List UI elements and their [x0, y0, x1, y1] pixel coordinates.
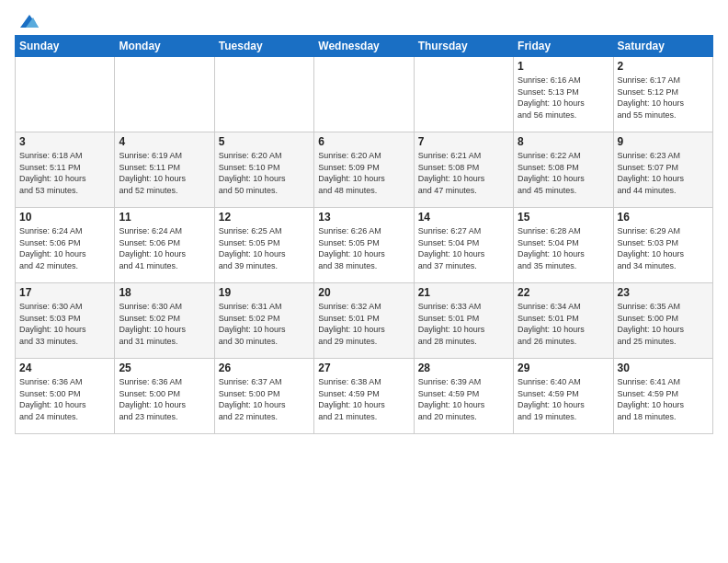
day-number: 2 — [618, 60, 709, 73]
day-info: Sunrise: 6:25 AMSunset: 5:05 PMDaylight:… — [219, 225, 310, 271]
weekday-saturday: Saturday — [613, 36, 712, 57]
logo-text — [15, 11, 39, 29]
calendar-cell: 14Sunrise: 6:27 AMSunset: 5:04 PMDayligh… — [414, 208, 513, 283]
day-info: Sunrise: 6:26 AMSunset: 5:05 PMDaylight:… — [318, 225, 409, 271]
day-number: 1 — [518, 60, 609, 73]
day-number: 21 — [418, 286, 509, 299]
calendar-cell — [414, 57, 513, 132]
day-info: Sunrise: 6:36 AMSunset: 5:00 PMDaylight:… — [119, 376, 210, 422]
day-number: 20 — [318, 286, 409, 299]
day-number: 8 — [518, 135, 609, 148]
day-info: Sunrise: 6:20 AMSunset: 5:10 PMDaylight:… — [219, 150, 310, 196]
calendar-cell: 6Sunrise: 6:20 AMSunset: 5:09 PMDaylight… — [314, 132, 414, 208]
day-number: 14 — [418, 211, 509, 224]
day-number: 12 — [219, 211, 310, 224]
day-number: 10 — [19, 211, 110, 224]
day-info: Sunrise: 6:41 AMSunset: 4:59 PMDaylight:… — [618, 376, 709, 422]
weekday-friday: Friday — [514, 36, 613, 57]
day-number: 5 — [219, 135, 310, 148]
calendar-cell: 9Sunrise: 6:23 AMSunset: 5:07 PMDaylight… — [613, 132, 712, 208]
calendar-cell: 15Sunrise: 6:28 AMSunset: 5:04 PMDayligh… — [514, 208, 613, 283]
day-number: 19 — [219, 286, 310, 299]
day-info: Sunrise: 6:39 AMSunset: 4:59 PMDaylight:… — [418, 376, 509, 422]
day-number: 7 — [418, 135, 509, 148]
day-info: Sunrise: 6:23 AMSunset: 5:07 PMDaylight:… — [618, 150, 709, 196]
day-number: 11 — [119, 211, 210, 224]
day-number: 26 — [219, 362, 310, 374]
header — [15, 11, 713, 29]
weekday-header-row: SundayMondayTuesdayWednesdayThursdayFrid… — [16, 36, 713, 57]
day-number: 25 — [119, 362, 210, 374]
day-info: Sunrise: 6:35 AMSunset: 5:00 PMDaylight:… — [618, 301, 709, 347]
day-info: Sunrise: 6:29 AMSunset: 5:03 PMDaylight:… — [618, 225, 709, 271]
week-row-3: 10Sunrise: 6:24 AMSunset: 5:06 PMDayligh… — [16, 208, 713, 283]
calendar-cell: 26Sunrise: 6:37 AMSunset: 5:00 PMDayligh… — [214, 359, 313, 434]
calendar-cell: 3Sunrise: 6:18 AMSunset: 5:11 PMDaylight… — [16, 132, 115, 208]
calendar-cell: 23Sunrise: 6:35 AMSunset: 5:00 PMDayligh… — [613, 283, 712, 359]
weekday-thursday: Thursday — [414, 36, 513, 57]
calendar-cell: 5Sunrise: 6:20 AMSunset: 5:10 PMDaylight… — [214, 132, 313, 208]
day-info: Sunrise: 6:34 AMSunset: 5:01 PMDaylight:… — [518, 301, 609, 347]
day-info: Sunrise: 6:16 AMSunset: 5:13 PMDaylight:… — [518, 75, 609, 121]
calendar-cell: 2Sunrise: 6:17 AMSunset: 5:12 PMDaylight… — [613, 57, 712, 132]
day-info: Sunrise: 6:24 AMSunset: 5:06 PMDaylight:… — [119, 225, 210, 271]
logo-icon — [17, 11, 39, 29]
day-info: Sunrise: 6:20 AMSunset: 5:09 PMDaylight:… — [318, 150, 409, 196]
weekday-tuesday: Tuesday — [214, 36, 313, 57]
day-info: Sunrise: 6:36 AMSunset: 5:00 PMDaylight:… — [19, 376, 110, 422]
calendar-cell: 1Sunrise: 6:16 AMSunset: 5:13 PMDaylight… — [514, 57, 613, 132]
day-info: Sunrise: 6:24 AMSunset: 5:06 PMDaylight:… — [19, 225, 110, 271]
day-info: Sunrise: 6:19 AMSunset: 5:11 PMDaylight:… — [119, 150, 210, 196]
calendar-cell: 18Sunrise: 6:30 AMSunset: 5:02 PMDayligh… — [115, 283, 214, 359]
day-number: 15 — [518, 211, 609, 224]
calendar-cell: 12Sunrise: 6:25 AMSunset: 5:05 PMDayligh… — [214, 208, 313, 283]
day-info: Sunrise: 6:31 AMSunset: 5:02 PMDaylight:… — [219, 301, 310, 347]
calendar-cell: 11Sunrise: 6:24 AMSunset: 5:06 PMDayligh… — [115, 208, 214, 283]
day-number: 29 — [518, 362, 609, 374]
calendar-cell: 10Sunrise: 6:24 AMSunset: 5:06 PMDayligh… — [16, 208, 115, 283]
day-info: Sunrise: 6:21 AMSunset: 5:08 PMDaylight:… — [418, 150, 509, 196]
calendar-cell: 17Sunrise: 6:30 AMSunset: 5:03 PMDayligh… — [16, 283, 115, 359]
week-row-4: 17Sunrise: 6:30 AMSunset: 5:03 PMDayligh… — [16, 283, 713, 359]
calendar-cell: 8Sunrise: 6:22 AMSunset: 5:08 PMDaylight… — [514, 132, 613, 208]
day-number: 27 — [318, 362, 409, 374]
calendar-cell — [115, 57, 214, 132]
page: SundayMondayTuesdayWednesdayThursdayFrid… — [0, 0, 728, 563]
day-number: 9 — [618, 135, 709, 148]
calendar-cell: 30Sunrise: 6:41 AMSunset: 4:59 PMDayligh… — [613, 359, 712, 434]
calendar-cell: 22Sunrise: 6:34 AMSunset: 5:01 PMDayligh… — [514, 283, 613, 359]
day-number: 18 — [119, 286, 210, 299]
day-number: 16 — [618, 211, 709, 224]
week-row-1: 1Sunrise: 6:16 AMSunset: 5:13 PMDaylight… — [16, 57, 713, 132]
day-info: Sunrise: 6:17 AMSunset: 5:12 PMDaylight:… — [618, 75, 709, 121]
week-row-5: 24Sunrise: 6:36 AMSunset: 5:00 PMDayligh… — [16, 359, 713, 434]
day-info: Sunrise: 6:37 AMSunset: 5:00 PMDaylight:… — [219, 376, 310, 422]
calendar-cell: 28Sunrise: 6:39 AMSunset: 4:59 PMDayligh… — [414, 359, 513, 434]
day-info: Sunrise: 6:32 AMSunset: 5:01 PMDaylight:… — [318, 301, 409, 347]
weekday-monday: Monday — [115, 36, 214, 57]
day-number: 28 — [418, 362, 509, 374]
day-info: Sunrise: 6:30 AMSunset: 5:03 PMDaylight:… — [19, 301, 110, 347]
calendar-cell: 16Sunrise: 6:29 AMSunset: 5:03 PMDayligh… — [613, 208, 712, 283]
day-number: 23 — [618, 286, 709, 299]
logo-area — [15, 11, 39, 29]
calendar-cell: 19Sunrise: 6:31 AMSunset: 5:02 PMDayligh… — [214, 283, 313, 359]
calendar-cell: 4Sunrise: 6:19 AMSunset: 5:11 PMDaylight… — [115, 132, 214, 208]
day-number: 3 — [19, 135, 110, 148]
day-number: 30 — [618, 362, 709, 374]
day-info: Sunrise: 6:33 AMSunset: 5:01 PMDaylight:… — [418, 301, 509, 347]
weekday-sunday: Sunday — [16, 36, 115, 57]
calendar-cell: 25Sunrise: 6:36 AMSunset: 5:00 PMDayligh… — [115, 359, 214, 434]
day-info: Sunrise: 6:22 AMSunset: 5:08 PMDaylight:… — [518, 150, 609, 196]
day-info: Sunrise: 6:18 AMSunset: 5:11 PMDaylight:… — [19, 150, 110, 196]
calendar-cell — [16, 57, 115, 132]
day-info: Sunrise: 6:27 AMSunset: 5:04 PMDaylight:… — [418, 225, 509, 271]
day-number: 22 — [518, 286, 609, 299]
day-info: Sunrise: 6:28 AMSunset: 5:04 PMDaylight:… — [518, 225, 609, 271]
week-row-2: 3Sunrise: 6:18 AMSunset: 5:11 PMDaylight… — [16, 132, 713, 208]
weekday-wednesday: Wednesday — [314, 36, 414, 57]
day-number: 6 — [318, 135, 409, 148]
day-info: Sunrise: 6:40 AMSunset: 4:59 PMDaylight:… — [518, 376, 609, 422]
day-info: Sunrise: 6:38 AMSunset: 4:59 PMDaylight:… — [318, 376, 409, 422]
calendar-cell: 7Sunrise: 6:21 AMSunset: 5:08 PMDaylight… — [414, 132, 513, 208]
